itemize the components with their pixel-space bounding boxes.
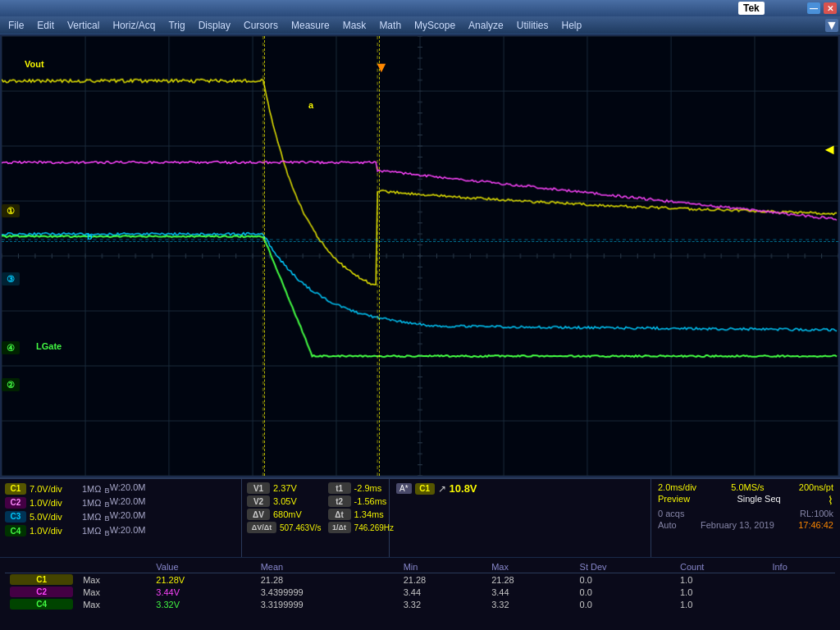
row-value: 3.32V (151, 598, 255, 610)
ch1-imp: 1MΩ (82, 484, 102, 494)
v2-cursor-label: V2 (247, 495, 270, 507)
titlebar: Tek — ✕ (0, 0, 840, 16)
menu-display[interactable]: Display (192, 18, 237, 33)
v2-cursor-row: V2 3.05V (247, 495, 322, 507)
channel-scales: C1 7.0V/div 1MΩ BW:20.0M C2 1.0V/div 1MΩ… (0, 479, 242, 557)
menu-edit[interactable]: Edit (30, 18, 61, 33)
t1-cursor-row: t1 -2.9ms (328, 482, 394, 494)
stats-row-2: C4 Max 3.32V 3.3199999 3.32 3.32 0.0 1.0 (5, 598, 835, 610)
ch1-scale-row: C1 7.0V/div 1MΩ BW:20.0M (5, 482, 236, 495)
menu-dropdown[interactable]: ▼ (825, 19, 838, 32)
ch3-scale-row: C3 5.0V/div 1MΩ BW:20.0M (5, 510, 236, 523)
ch2-scale: 1.0V/div (30, 498, 79, 508)
dvdt-cursor-label: ΔV/Δt (247, 522, 276, 533)
v1-cursor-value: 2.37V (273, 483, 297, 493)
inv-dt-cursor-label: 1/Δt (328, 522, 351, 533)
menu-measure[interactable]: Measure (285, 18, 336, 33)
row-stdev: 0.0 (575, 573, 675, 587)
menu-analyze[interactable]: Analyze (462, 18, 510, 33)
row-ch-badge: C4 (5, 598, 78, 610)
th-min: Min (399, 561, 486, 573)
row-info (767, 598, 835, 610)
ch4-scale-row: C4 1.0V/div 1MΩ BW:20.0M (5, 525, 236, 537)
trigger-icon: ⌇ (828, 494, 833, 507)
ch3-label[interactable]: C3 (5, 511, 26, 523)
menu-mask[interactable]: Mask (336, 18, 373, 33)
row-mean: 3.3199999 (256, 598, 399, 610)
ch3-imp: 1MΩ (82, 512, 102, 522)
channel-a-label: a (308, 100, 313, 110)
ch4-imp: 1MΩ (82, 526, 102, 536)
th-ch-meas (78, 561, 151, 573)
row-ch-badge: C2 (5, 586, 78, 598)
date-label: February 13, 2019 (701, 520, 774, 530)
row-meas-type: Max (78, 598, 151, 610)
t2-cursor-value: -1.56ms (354, 496, 387, 506)
row-stdev: 0.0 (575, 586, 675, 598)
menu-vertical[interactable]: Vertical (61, 18, 106, 33)
menu-file[interactable]: File (2, 18, 30, 33)
menu-help[interactable]: Help (555, 18, 588, 33)
dvdt-cursor-value: 507.463V/s (280, 523, 322, 532)
th-ch-id (5, 561, 78, 573)
ch4-label[interactable]: C4 (5, 525, 26, 536)
th-info: Info (767, 561, 835, 573)
ns-per-pt: 200ns/pt (799, 482, 833, 492)
ch2-bw: BW:20.0M (105, 496, 146, 509)
wave-canvas (2, 36, 838, 476)
dt-cursor-label: Δt (328, 509, 351, 520)
cursor-readouts: V1 2.37V V2 3.05V ΔV 680mV ΔV/Δt 507.463… (242, 479, 390, 557)
v1-cursor-row: V1 2.37V (247, 482, 322, 494)
preview-label: Preview (658, 494, 690, 507)
dv-cursor-row: ΔV 680mV (247, 509, 322, 520)
row-count: 1.0 (675, 598, 767, 610)
time-label: 17:46:42 (798, 520, 833, 530)
trigger-arrow: ◄ (822, 141, 837, 158)
close-button[interactable]: ✕ (824, 2, 837, 14)
ch2-label[interactable]: C2 (5, 497, 26, 509)
menubar: File Edit Vertical Horiz/Acq Trig Displa… (0, 16, 840, 34)
trigger-top-marker: ▼ (374, 59, 389, 76)
th-value: Value (151, 561, 255, 573)
readouts-row: C1 7.0V/div 1MΩ BW:20.0M C2 1.0V/div 1MΩ… (0, 479, 840, 558)
menu-trig[interactable]: Trig (162, 18, 191, 33)
scope-display[interactable]: Vout LGate a b ① ② ③ ④ ◄ ▼ (0, 34, 840, 477)
t1-cursor-label: t1 (328, 482, 351, 494)
row-max: 3.44 (486, 586, 574, 598)
mode-label: Single Seq (737, 494, 780, 507)
statistics-table: Value Mean Min Max St Dev Count Info C1 … (0, 558, 840, 630)
row-stdev: 0.0 (575, 598, 675, 610)
menu-cursors[interactable]: Cursors (237, 18, 285, 33)
row-mean: 3.4399999 (256, 586, 399, 598)
v2-cursor-value: 3.05V (273, 496, 297, 506)
inv-dt-cursor-row: 1/Δt 746.269Hz (328, 522, 394, 533)
ch3-bw: BW:20.0M (105, 510, 146, 523)
row-min: 21.28 (399, 573, 486, 587)
ch1-label[interactable]: C1 (5, 483, 26, 495)
row-ch-badge: C1 (5, 573, 78, 587)
ch1-marker: ① (2, 204, 20, 217)
menu-horiz-acq[interactable]: Horiz/Acq (106, 18, 162, 33)
menu-math[interactable]: Math (372, 18, 408, 33)
row-info (767, 573, 835, 587)
menu-myscope[interactable]: MyScope (408, 18, 462, 33)
stats-row-0: C1 Max 21.28V 21.28 21.28 21.28 0.0 1.0 (5, 573, 835, 587)
bottom-panel: C1 7.0V/div 1MΩ BW:20.0M C2 1.0V/div 1MΩ… (0, 477, 840, 630)
th-max: Max (486, 561, 574, 573)
t2-cursor-label: t2 (328, 495, 351, 507)
minimize-button[interactable]: — (807, 2, 820, 14)
row-count: 1.0 (675, 573, 767, 587)
cursor-vertical-2 (379, 36, 380, 476)
dvdt-cursor-row: ΔV/Δt 507.463V/s (247, 522, 322, 533)
ch4-scale: 1.0V/div (30, 526, 79, 536)
row-value: 3.44V (151, 586, 255, 598)
row-max: 21.28 (486, 573, 574, 587)
ch3-marker: ③ (2, 272, 20, 285)
time-acq-panel: 2.0ms/div 5.0MS/s 200ns/pt Preview Singl… (651, 479, 840, 557)
menu-utilities[interactable]: Utilities (510, 18, 555, 33)
acqs-count: 0 acqs (658, 509, 684, 518)
th-stdev: St Dev (575, 561, 675, 573)
auto-value: 10.8V (450, 482, 477, 495)
dt-cursor-row: Δt 1.34ms (328, 509, 394, 520)
row-count: 1.0 (675, 586, 767, 598)
